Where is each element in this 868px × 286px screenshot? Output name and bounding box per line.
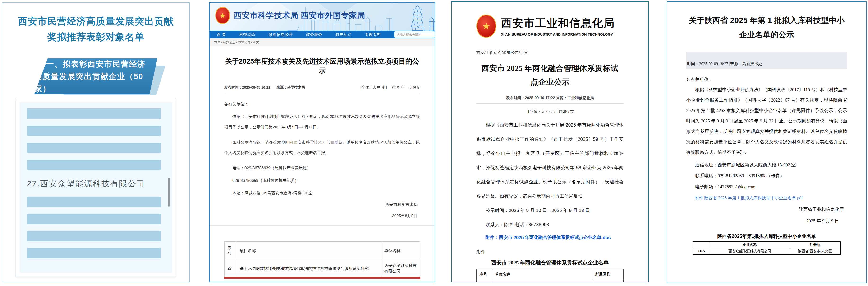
article-content: ★ 西安市工业和信息化局 XI'AN BUREAU OF INDUSTRY AN…	[452, 15, 648, 282]
main-nav: 首 页 科技动态 政府信息公开 政务服务 政民互动 专题专栏	[210, 31, 435, 38]
breadcrumb[interactable]: 首页/工作动态/通知公告/正文	[476, 50, 624, 55]
search-box	[394, 31, 435, 37]
salutation: 各有关单位：	[686, 77, 847, 83]
meta-divider	[224, 93, 420, 94]
signature-block: 西安市科学技术局 2025年8月5日	[224, 202, 420, 219]
contact-phone1: 电话：029-86786639（硬科技产业发展处）	[224, 165, 420, 171]
article-body: 根据《西安市工业和信息化局关于开展 2025 年市级两化融合管理体系贯标试点企业…	[476, 118, 624, 232]
col-header-unit: 单位名称	[381, 241, 420, 260]
banner-ribbon: 一、拟表彰西安市民营经济 高质量发展突出贡献企业（50家）	[34, 58, 157, 94]
search-input[interactable]	[394, 31, 435, 37]
list-title: 西安市 2025 年两化融合管理体系贯标试点企业名单	[476, 259, 624, 266]
article-meta: 发布时间：2025-08-05 16:22 来源：科学技术局 【字体：大 中 小…	[224, 85, 420, 90]
table-header-row: 企业名称 注册地	[693, 241, 840, 248]
section-banner: 一、拟表彰西安市民营经济 高质量发展突出贡献企业（50家）	[34, 58, 157, 94]
nav-item-topics[interactable]: 专题专栏	[365, 32, 381, 37]
article-meta: 时间：2025-09-09 18:27 |来源：高新技术处	[686, 52, 847, 69]
contact-email: 电子邮箱：147759331@qq.com	[686, 183, 847, 190]
signer-name: 西安市科学技术局	[224, 202, 417, 207]
redacted-bar	[27, 197, 161, 207]
body-paragraph: 根据《科技型中小企业评价办法》（国科发政〔2017〕115 号）和《科技型中小企…	[686, 85, 847, 158]
contact-address: 通信地址：西安市新城区新城大院前大楼 13-002 室	[686, 162, 847, 169]
banner-line2: 高质量发展突出贡献企业（50家）	[34, 70, 157, 95]
redacted-bar	[27, 214, 161, 224]
col-header-no: 序号	[224, 241, 237, 260]
nav-item-services[interactable]: 政务服务	[306, 32, 322, 37]
redacted-bar	[27, 109, 161, 119]
col-header-registry: 注册地	[789, 241, 840, 248]
source-label: 来源：科学技术局	[276, 85, 305, 90]
attachment-link[interactable]: 附件 陕西省 2025 年第 1 批拟入库科技型中小企业名单.pdf	[686, 195, 847, 201]
cell-project: 基于示功图数据预处理和数据增强算法的抽油机故障预测与诊断系统研究	[237, 260, 381, 277]
contact-phone2: 029-86786659（市科技局机关纪委）	[224, 178, 420, 183]
meta-divider	[476, 104, 624, 104]
table-header-row: 序号 单位名称 所属区县	[476, 269, 624, 280]
attachment-link[interactable]: 附件：西安市 2025 年两化融合管理体系贯标试点企业名单.doc	[476, 234, 624, 241]
col-header-company: 企业名称	[710, 241, 789, 248]
cell-no: 27	[224, 260, 237, 277]
nav-item-gov-info[interactable]: 政府信息公开	[269, 32, 293, 37]
article-title: 西安市 2025 年两化融合管理体系贯标试点企业公示	[476, 61, 624, 89]
banner-line1: 一、拟表彰西安市民营经济	[46, 58, 146, 70]
list-card-inner: 27.西安众望能源科技有限公司	[20, 102, 172, 273]
table-header-row: 序号 项目名称 单位名称	[224, 241, 420, 260]
font-size-tools[interactable]: 【字体：大 中 小】	[359, 85, 389, 90]
list-card: 27.西安众望能源科技有限公司	[16, 98, 176, 277]
national-emblem-icon: ★	[215, 7, 230, 24]
publish-time: 发布时间：2025-08-05 16:22	[224, 85, 270, 90]
nav-item-tech-news[interactable]: 科技动态	[239, 32, 255, 37]
print-button[interactable]: 打印	[392, 85, 404, 90]
redacted-bar	[27, 143, 161, 153]
scrollbar-thumb[interactable]	[168, 178, 170, 207]
panel-science-bureau: ★ 西安市科学技术局 西安市外国专家局 首 页 科技动态 政府信息公开 政务服务…	[209, 2, 435, 282]
article-body: 各有关单位： 依据《西安市科技计划项目管理办法》有关规定，现对2025年度技术攻…	[224, 101, 420, 196]
signature-block: 陕西省工业和信息化厅 2025 年 9 月 9 日	[686, 206, 847, 224]
col-header-no: 序号	[476, 269, 492, 280]
table-row: 27 基于示功图数据预处理和数据增强算法的抽油机故障预测与诊断系统研究 西安众望…	[224, 260, 420, 277]
contact-line: 联系人：陈卓 电话：86788993	[476, 218, 624, 232]
agency-name-en: XI'AN BUREAU OF INDUSTRY AND INFORMATION…	[501, 32, 615, 36]
list-title: 陕西省2025年第1批拟入库科技型中小企业名单	[686, 233, 847, 239]
redacted-bar	[27, 231, 161, 241]
col-header-unit: 单位名称	[492, 269, 592, 280]
article-content: 关于2025年度技术攻关及先进技术应用场景示范拟立项项目的公示 发布时间：202…	[210, 57, 435, 279]
publicity-period: 公示时间：2025 年 9 月 10 日—2025 年 9 月 18 日	[476, 203, 624, 218]
save-button[interactable]: 保存	[408, 85, 420, 90]
redacted-bar	[27, 248, 161, 258]
contact-phone: 联系电话：029-81292860 63916808（传真）	[686, 172, 847, 179]
highlight-underline	[224, 277, 421, 279]
section-divider	[210, 225, 435, 226]
sme-list-table: 企业名称 注册地 1165 西安众望能源科技有限公司 陕西省/西安市/未央区	[692, 241, 841, 255]
table-row: 1165 西安众望能源科技有限公司 陕西省/西安市/未央区	[693, 248, 840, 254]
pilot-company-table: 序号 单位名称 所属区县 18 西安众望能源科技有限公司 经开区	[476, 269, 624, 282]
list-item-company: 27.西安众望能源科技有限公司	[27, 178, 161, 189]
agency-name: 西安市科学技术局 西安市外国专家局	[234, 10, 365, 21]
col-header-region: 所属区县	[592, 269, 624, 280]
site-header-banner: ★ 西安市科学技术局 西安市外国专家局	[210, 3, 435, 31]
panel-province-sme-list: 关于陕西省 2025 年第 1 批拟入库科技型中小企业名单的公示 时间：2025…	[667, 1, 867, 283]
agency-name-cn: 西安市工业和信息化局	[501, 16, 615, 31]
panel-award-list: 西安市民营经济高质量发展突出贡献奖拟推荐表彰对象名单 一、拟表彰西安市民营经济 …	[2, 2, 190, 282]
site-brand: ★ 西安市工业和信息化局 XI'AN BUREAU OF INDUSTRY AN…	[476, 15, 624, 37]
article-title: 关于2025年度技术攻关及先进技术应用场景示范拟立项项目的公示	[224, 57, 420, 76]
body-paragraph: 依据《西安市科技计划项目管理办法》有关规定，现对2025年度技术攻关及先进技术应…	[224, 112, 420, 133]
cell-unit: 西安众望能源科技有限公司	[381, 260, 420, 277]
article-meta: 发布时间：2025-09-10 17:22 来源：工业和信息化局	[476, 96, 624, 101]
article-body: 各有关单位： 根据《科技型中小企业评价办法》（国科发政〔2017〕115 号）和…	[686, 77, 847, 201]
signer-name: 陕西省工业和信息化厅	[686, 206, 847, 213]
nav-item-home[interactable]: 首 页	[217, 32, 226, 37]
contact-address: 地址：凤城八路109号西安市政府2号楼710室	[224, 190, 420, 196]
article-title: 关于陕西省 2025 年第 1 批拟入库科技型中小企业名单的公示	[686, 13, 847, 42]
cell-company: 西安众望能源科技有限公司	[710, 248, 789, 254]
font-print-save-tools[interactable]: 【字体：大 中 小】打印保存	[476, 109, 624, 114]
panel-industry-bureau: ★ 西安市工业和信息化局 XI'AN BUREAU OF INDUSTRY AN…	[451, 1, 649, 282]
four-panel-announcement-collage: 西安市民营经济高质量发展突出贡献奖拟推荐表彰对象名单 一、拟表彰西安市民营经济 …	[0, 0, 868, 286]
print-icon	[392, 85, 396, 89]
cell-no: 18	[476, 280, 492, 283]
nav-item-interaction[interactable]: 政民互动	[336, 32, 351, 37]
cell-no: 1165	[693, 248, 710, 254]
breadcrumb[interactable]: 首页 / 科技动态 / 通知公告 / 正文	[210, 38, 435, 46]
cell-registry: 陕西省/西安市/未央区	[789, 248, 840, 254]
body-paragraph: 如对公示有异议，请在公示期间向西安市科学技术局书面反馈。以单位名义反映情况需加盖…	[224, 137, 420, 158]
sign-date: 2025 年 9 月 9 日	[686, 218, 847, 224]
